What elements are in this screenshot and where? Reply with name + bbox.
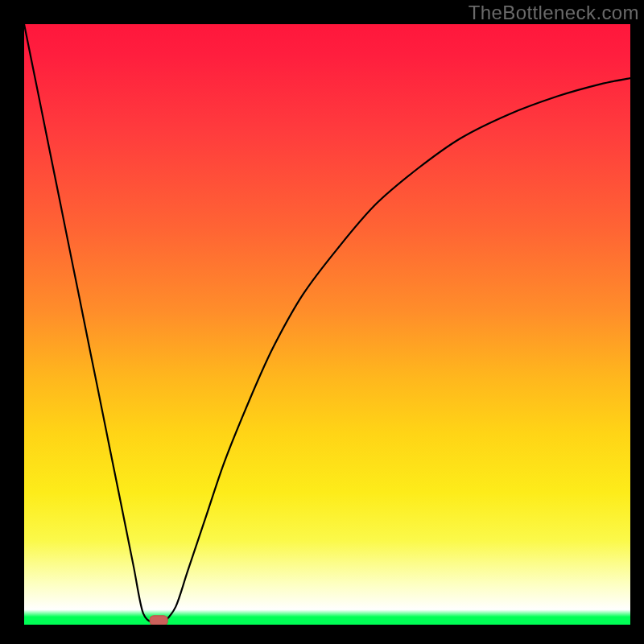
bottleneck-marker bbox=[150, 616, 167, 625]
curve-svg bbox=[24, 24, 630, 625]
chart-root: TheBottleneck.com bbox=[0, 0, 644, 644]
plot-area bbox=[24, 24, 630, 625]
watermark-text: TheBottleneck.com bbox=[469, 2, 639, 24]
bottleneck-curve bbox=[24, 24, 630, 625]
